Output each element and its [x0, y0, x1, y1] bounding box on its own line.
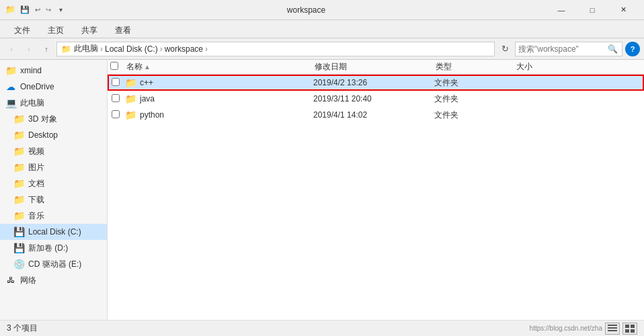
maximize-button[interactable]: □: [577, 0, 608, 20]
breadcrumb-localdisk[interactable]: Local Disk (C:): [105, 44, 158, 54]
breadcrumb-icon: 📁: [61, 44, 71, 54]
folder-icon: 📁: [125, 93, 136, 104]
file-date: 2019/3/11 20:40: [313, 94, 434, 103]
folder-icon: 📁: [125, 110, 136, 120]
forward-button[interactable]: ›: [22, 42, 36, 56]
sidebar-item-3d[interactable]: 📁 3D 对象: [0, 111, 107, 127]
item-count: 3 个项目: [7, 323, 38, 334]
sidebar-item-label: OneDrive: [20, 82, 54, 91]
header-size[interactable]: 大小: [514, 61, 641, 73]
svg-rect-3: [625, 325, 629, 328]
sidebar-item-music[interactable]: 📁 音乐: [0, 208, 107, 224]
help-button[interactable]: ?: [625, 42, 640, 56]
back-button[interactable]: ‹: [4, 42, 19, 56]
folder-icon: 📁: [13, 210, 24, 221]
details-view-icon: [608, 325, 617, 333]
file-list: 📁 c++ 2019/4/2 13:26 文件夹 📁 java 2019/3/1…: [108, 75, 644, 320]
tab-file[interactable]: 文件: [5, 23, 39, 38]
refresh-button[interactable]: ↻: [497, 42, 512, 56]
status-right: https://blog.csdn.net/zha: [530, 323, 637, 335]
folder-icon: 📁: [5, 65, 16, 76]
large-icons-view-button[interactable]: [622, 323, 637, 335]
header-name[interactable]: 名称 ▲: [124, 61, 312, 73]
save-icon[interactable]: 💾: [20, 5, 30, 14]
sidebar-item-videos[interactable]: 📁 视频: [0, 143, 107, 159]
table-row[interactable]: 📁 c++ 2019/4/2 13:26 文件夹: [108, 75, 644, 91]
sidebar-item-network[interactable]: 🖧 网络: [0, 272, 107, 288]
main-area: 📁 xmind ☁ OneDrive 💻 此电脑 📁 3D 对象 📁 Deskt…: [0, 60, 644, 320]
title-bar-folder-icon: 📁: [5, 5, 16, 15]
file-type: 文件夹: [434, 93, 515, 105]
sidebar: 📁 xmind ☁ OneDrive 💻 此电脑 📁 3D 对象 📁 Deskt…: [0, 60, 108, 320]
tab-view[interactable]: 查看: [106, 23, 140, 38]
row-checkbox[interactable]: [112, 94, 125, 104]
sidebar-item-desktop[interactable]: 📁 Desktop: [0, 127, 107, 143]
folder-icon: 📁: [13, 130, 24, 140]
header-date[interactable]: 修改日期: [312, 61, 433, 73]
minimize-button[interactable]: —: [546, 0, 577, 20]
table-row[interactable]: 📁 python 2019/4/1 14:02 文件夹: [108, 107, 644, 123]
sidebar-item-cddrive[interactable]: 💿 CD 驱动器 (E:): [0, 256, 107, 272]
ribbon-tabs: 文件 主页 共享 查看: [0, 20, 644, 38]
search-input[interactable]: [518, 44, 606, 54]
sidebar-item-thispc[interactable]: 💻 此电脑: [0, 95, 107, 111]
file-checkbox[interactable]: [112, 78, 120, 86]
title-bar-left: 📁 💾 ↩ ↪ ▾: [5, 5, 63, 15]
sidebar-item-label: Local Disk (C:): [28, 227, 81, 237]
folder-icon: 📁: [13, 178, 24, 189]
address-bar: ‹ › ↑ 📁 此电脑 › Local Disk (C:) › workspac…: [0, 38, 644, 60]
close-button[interactable]: ✕: [608, 0, 639, 20]
undo-icon[interactable]: ↩: [35, 6, 40, 13]
file-name: java: [140, 94, 313, 103]
breadcrumb-thispc[interactable]: 此电脑: [74, 43, 98, 54]
column-header: 名称 ▲ 修改日期 类型 大小: [108, 60, 644, 75]
file-date: 2019/4/2 13:26: [313, 78, 434, 87]
breadcrumb-workspace[interactable]: workspace: [165, 44, 203, 54]
row-checkbox[interactable]: [112, 110, 125, 120]
breadcrumb-sep-3: ›: [205, 44, 208, 54]
details-view-button[interactable]: [605, 323, 620, 335]
title-bar: 📁 💾 ↩ ↪ ▾ workspace — □ ✕: [0, 0, 644, 20]
file-date: 2019/4/1 14:02: [313, 110, 434, 120]
sidebar-item-localdisk[interactable]: 💾 Local Disk (C:): [0, 224, 107, 240]
tab-share[interactable]: 共享: [73, 23, 106, 38]
watermark: https://blog.csdn.net/zha: [530, 325, 602, 332]
sidebar-item-documents[interactable]: 📁 文档: [0, 175, 107, 192]
table-row[interactable]: 📁 java 2019/3/11 20:40 文件夹: [108, 91, 644, 107]
sidebar-item-pictures[interactable]: 📁 图片: [0, 159, 107, 175]
cd-drive-icon: 💿: [13, 259, 24, 269]
cloud-icon: ☁: [5, 81, 16, 92]
sidebar-item-label: Desktop: [28, 130, 58, 140]
sidebar-item-xmind[interactable]: 📁 xmind: [0, 62, 107, 79]
header-checkbox[interactable]: [110, 62, 124, 72]
header-type[interactable]: 类型: [433, 61, 514, 73]
sidebar-item-label: 此电脑: [20, 97, 44, 109]
folder-icon: 📁: [13, 194, 24, 205]
svg-rect-0: [608, 325, 617, 326]
row-checkbox[interactable]: [112, 78, 125, 88]
sidebar-item-downloads[interactable]: 📁 下载: [0, 192, 107, 208]
header-date-label: 修改日期: [315, 61, 347, 73]
tab-home[interactable]: 主页: [39, 23, 73, 38]
sidebar-item-onedrive[interactable]: ☁ OneDrive: [0, 79, 107, 95]
redo-icon[interactable]: ↪: [46, 6, 51, 13]
sidebar-item-label: 视频: [28, 146, 44, 157]
file-checkbox[interactable]: [112, 94, 120, 102]
header-type-label: 类型: [436, 61, 452, 73]
sidebar-item-label: 新加卷 (D:): [28, 243, 68, 254]
folder-icon: 📁: [13, 162, 24, 173]
drive-icon: 💾: [13, 243, 24, 253]
search-box: 🔍: [515, 42, 622, 56]
address-path[interactable]: 📁 此电脑 › Local Disk (C:) › workspace ›: [56, 42, 495, 56]
sidebar-item-label: 下载: [28, 194, 44, 206]
search-icon[interactable]: 🔍: [606, 42, 619, 56]
select-all-checkbox[interactable]: [110, 62, 118, 70]
dropdown-arrow-icon[interactable]: ▾: [59, 6, 63, 13]
up-button[interactable]: ↑: [39, 42, 54, 56]
sidebar-item-newvol[interactable]: 💾 新加卷 (D:): [0, 240, 107, 256]
folder-icon: 📁: [13, 114, 24, 124]
large-icons-view-icon: [625, 325, 635, 333]
sort-arrow-icon: ▲: [144, 63, 151, 71]
file-checkbox[interactable]: [112, 110, 120, 118]
sidebar-item-label: xmind: [20, 66, 42, 75]
